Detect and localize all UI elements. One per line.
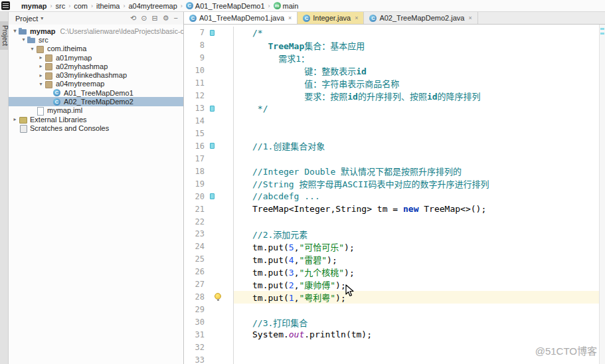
tree-item-a02myhashmap[interactable]: ▸a02myhashmap <box>9 62 183 70</box>
hide-panel-icon[interactable]: − <box>174 14 178 23</box>
tree-item-a04mytreemap[interactable]: ▾a04mytreemap <box>9 80 183 88</box>
code-line-9[interactable]: 9 需求1： <box>184 52 599 64</box>
folder-icon <box>27 36 35 44</box>
code-line-26[interactable]: 26tm.put(3,"九个核桃"); <box>184 266 599 278</box>
select-opened-file-icon[interactable]: ⊙ <box>141 14 147 23</box>
sync-icon[interactable]: ⟲ <box>130 14 136 23</box>
code-line-29[interactable]: 29 <box>184 304 599 316</box>
breadcrumb-item-itheima[interactable]: itheima <box>95 2 121 10</box>
ide-window: mymap›src›com›itheima›a04mytreemap›CA01_… <box>0 0 605 364</box>
line-number: 12 <box>184 91 206 100</box>
editor[interactable]: 7/*8 TreeMap集合：基本应用9 需求1：10 键：整数表示id11 值… <box>184 25 605 364</box>
code-line-16[interactable]: 16//1.创建集合对象 <box>184 139 599 152</box>
chevron-down-icon[interactable]: ▾ <box>37 81 44 87</box>
method-icon: m <box>274 2 281 9</box>
project-tree: ▾mymapC:\Users\alienware\IdeaProjects\ba… <box>9 25 183 364</box>
chevron-right-icon[interactable]: ▸ <box>37 63 44 69</box>
tree-item-mymap-iml[interactable]: mymap.iml <box>9 106 183 115</box>
code-line-25[interactable]: 25tm.put(4,"雷碧"); <box>184 253 599 266</box>
code-line-15[interactable]: 15 <box>184 128 599 140</box>
chevron-right-icon[interactable]: ▸ <box>11 116 19 122</box>
breadcrumb-item-a01-treemapdemo1[interactable]: CA01_TreeMapDemo1 <box>185 2 266 10</box>
tree-item-label: mymap <box>30 27 56 35</box>
main-menu-icon[interactable] <box>1 1 10 10</box>
line-number: 26 <box>184 267 206 276</box>
code-text: //abcdefg ... <box>234 191 599 201</box>
change-marker-icon <box>210 106 215 112</box>
tree-item-a02-treemapdemo2[interactable]: CA02_TreeMapDemo2 <box>9 97 183 106</box>
code-line-14[interactable]: 14 <box>184 115 599 128</box>
code-line-23[interactable]: 23//2.添加元素 <box>184 228 599 240</box>
class-icon: C <box>189 15 197 22</box>
line-number: 30 <box>184 318 206 327</box>
chevron-down-icon[interactable]: ▾ <box>11 28 19 34</box>
collapse-all-icon[interactable]: ⊟ <box>151 14 157 23</box>
tree-item-a01mymap[interactable]: ▸a01mymap <box>9 53 183 62</box>
settings-icon[interactable]: ⚙ <box>163 14 169 23</box>
project-tool-window-tab[interactable]: Project <box>0 21 9 50</box>
line-number: 24 <box>184 242 206 251</box>
code-line-13[interactable]: 13 */ <box>184 102 599 115</box>
code-line-24[interactable]: 24tm.put(5,"可恰可乐"); <box>184 240 599 253</box>
breadcrumb-item-mymap[interactable]: mymap <box>20 2 48 10</box>
code-line-19[interactable]: 19//String 按照字母再ASCII码表中对应的数字升序进行排列 <box>184 177 599 190</box>
watermark: @51CTO博客 <box>535 343 597 357</box>
code-line-31[interactable]: 31System.out.println(tm); <box>184 329 599 341</box>
gutter-cell <box>206 203 234 215</box>
code-line-10[interactable]: 10 键：整数表示id <box>184 64 599 77</box>
line-number: 17 <box>184 154 206 163</box>
breadcrumb-item-com[interactable]: com <box>72 2 89 10</box>
code-text: TreeMap<Integer,String> tm = new TreeMap… <box>234 204 599 214</box>
change-marker-icon <box>210 30 215 36</box>
tree-item-label: mymap.iml <box>47 106 82 114</box>
editor-tab-integer-java[interactable]: CInteger.java× <box>298 12 364 24</box>
tree-item-a03mylinkedhashmap[interactable]: ▸a03mylinkedhashmap <box>9 70 183 79</box>
code-line-17[interactable]: 17 <box>184 152 599 165</box>
intention-bulb-icon[interactable] <box>215 293 221 300</box>
tree-item-mymap[interactable]: ▾mymapC:\Users\alienware\IdeaProjects\ba… <box>9 27 183 35</box>
code-line-20[interactable]: 20//abcdefg ... <box>184 190 599 203</box>
chevron-down-icon[interactable]: ▾ <box>29 46 36 52</box>
tree-item-com-itheima[interactable]: ▾com.itheima <box>9 45 183 53</box>
tree-item-scratches-and-consoles[interactable]: Scratches and Consoles <box>9 124 183 132</box>
breadcrumb-item-main[interactable]: mmain <box>272 2 300 10</box>
chevron-down-icon[interactable]: ▾ <box>20 37 27 43</box>
tab-label: A01_TreeMapDemo1.java <box>199 14 284 22</box>
code-line-7[interactable]: 7/* <box>184 27 599 39</box>
gutter-cell <box>206 27 234 39</box>
tree-item-a01-treemapdemo1[interactable]: CA01_TreeMapDemo1 <box>9 88 183 97</box>
breadcrumb-separator-icon: › <box>90 3 94 9</box>
tree-item-label: Scratches and Consoles <box>30 124 109 132</box>
gutter-cell <box>206 102 234 115</box>
tree-item-label: src <box>39 36 48 44</box>
breadcrumb-item-a04mytreemap[interactable]: a04mytreemap <box>127 2 178 10</box>
chevron-right-icon[interactable]: ▸ <box>37 54 44 60</box>
code-area: 7/*8 TreeMap集合：基本应用9 需求1：10 键：整数表示id11 值… <box>184 25 599 364</box>
line-number: 29 <box>184 305 206 314</box>
code-line-21[interactable]: 21TreeMap<Integer,String> tm = new TreeM… <box>184 203 599 215</box>
tree-item-external-libraries[interactable]: ▸External Libraries <box>9 115 183 124</box>
gutter-cell <box>206 152 234 165</box>
scrollbar-stripe[interactable] <box>599 25 605 364</box>
chevron-down-icon[interactable]: ▾ <box>41 15 43 21</box>
breadcrumb-item-src[interactable]: src <box>54 2 67 10</box>
tree-item-src[interactable]: ▾src <box>9 35 183 44</box>
tree-item-path-hint: C:\Users\alienware\IdeaProjects\basic-co… <box>60 27 183 35</box>
code-line-22[interactable]: 22 <box>184 215 599 228</box>
code-line-28[interactable]: 28tm.put(1,"粤利粤"); <box>184 291 599 304</box>
code-text: System.out.println(tm); <box>234 329 599 339</box>
chevron-right-icon[interactable]: ▸ <box>37 72 44 78</box>
editor-tab-a01-treemapdemo1-java[interactable]: CA01_TreeMapDemo1.java× <box>184 12 298 24</box>
code-line-30[interactable]: 30//3.打印集合 <box>184 316 599 329</box>
code-line-11[interactable]: 11 值：字符串表示商品名称 <box>184 77 599 90</box>
code-line-27[interactable]: 27tm.put(2,"康帅傅"); <box>184 278 599 291</box>
close-icon[interactable]: × <box>468 15 472 21</box>
class-icon: C <box>186 2 193 9</box>
line-number: 32 <box>184 343 206 352</box>
close-icon[interactable]: × <box>355 15 358 21</box>
close-icon[interactable]: × <box>288 15 292 21</box>
code-line-12[interactable]: 12 要求：按照id的升序排列、按照id的降序排列 <box>184 90 599 102</box>
code-line-8[interactable]: 8 TreeMap集合：基本应用 <box>184 39 599 52</box>
editor-tab-a02-treemapdemo2-java[interactable]: CA02_TreeMapDemo2.java× <box>364 12 477 24</box>
code-line-18[interactable]: 18//Integer Double 默认情况下都是按照升序排列的 <box>184 165 599 177</box>
